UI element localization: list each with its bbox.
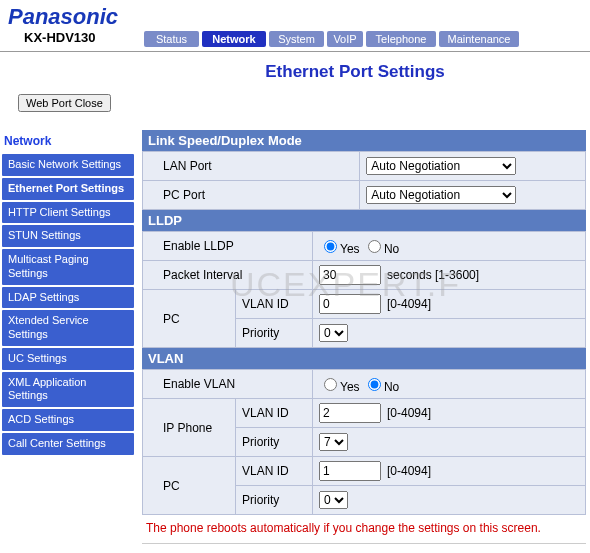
radio-yes-label: Yes xyxy=(340,380,360,394)
vlan-ip-vlan-input[interactable] xyxy=(319,403,381,423)
sidebar-item-ethernet-port[interactable]: Ethernet Port Settings xyxy=(2,178,134,200)
pc-port-label: PC Port xyxy=(143,181,360,210)
enable-lldp-no-radio[interactable] xyxy=(368,240,381,253)
enable-vlan-no-radio[interactable] xyxy=(368,378,381,391)
tab-voip[interactable]: VoIP xyxy=(327,31,363,47)
tab-maintenance[interactable]: Maintenance xyxy=(439,31,519,47)
brand-logo: Panasonic xyxy=(0,0,590,30)
radio-yes-label: Yes xyxy=(340,242,360,256)
sidebar-item-call-center[interactable]: Call Center Settings xyxy=(2,433,134,455)
radio-no-label: No xyxy=(384,380,399,394)
packet-interval-hint: seconds [1-3600] xyxy=(381,268,479,282)
vlan-pc-vlan-input[interactable] xyxy=(319,461,381,481)
reboot-warning: The phone reboots automatically if you c… xyxy=(142,515,586,541)
lldp-pc-label: PC xyxy=(143,290,236,348)
lldp-pc-prio-label: Priority xyxy=(236,319,313,348)
tab-system[interactable]: System xyxy=(269,31,324,47)
sidebar-item-stun[interactable]: STUN Settings xyxy=(2,225,134,247)
sidebar-item-xtended-service[interactable]: Xtended Service Settings xyxy=(2,310,134,346)
enable-vlan-yes-radio[interactable] xyxy=(324,378,337,391)
lldp-pc-vlan-input[interactable] xyxy=(319,294,381,314)
web-port-close-button[interactable]: Web Port Close xyxy=(18,94,111,112)
section-vlan: VLAN xyxy=(142,348,586,369)
sidebar-item-http-client[interactable]: HTTP Client Settings xyxy=(2,202,134,224)
sidebar-item-xml-app[interactable]: XML Application Settings xyxy=(2,372,134,408)
lldp-pc-prio-select[interactable]: 0 xyxy=(319,324,348,342)
enable-lldp-yes-radio[interactable] xyxy=(324,240,337,253)
lldp-pc-vlan-label: VLAN ID xyxy=(236,290,313,319)
section-lldp: LLDP xyxy=(142,210,586,231)
enable-lldp-label: Enable LLDP xyxy=(143,232,313,261)
vlan-ip-vlan-hint: [0-4094] xyxy=(381,406,431,420)
vlan-ip-prio-select[interactable]: 7 xyxy=(319,433,348,451)
tab-telephone[interactable]: Telephone xyxy=(366,31,436,47)
tab-status[interactable]: Status xyxy=(144,31,199,47)
sidebar-item-ldap[interactable]: LDAP Settings xyxy=(2,287,134,309)
packet-interval-label: Packet Interval xyxy=(143,261,313,290)
lan-port-label: LAN Port xyxy=(143,152,360,181)
vlan-ip-vlan-label: VLAN ID xyxy=(236,399,313,428)
sidebar-heading: Network xyxy=(2,130,134,154)
lan-port-select[interactable]: Auto Negotiation xyxy=(366,157,516,175)
page-title: Ethernet Port Settings xyxy=(0,52,590,88)
tab-network[interactable]: Network xyxy=(202,31,266,47)
pc-port-select[interactable]: Auto Negotiation xyxy=(366,186,516,204)
vlan-pc-prio-select[interactable]: 0 xyxy=(319,491,348,509)
vlan-pc-vlan-hint: [0-4094] xyxy=(381,464,431,478)
enable-vlan-label: Enable VLAN xyxy=(143,370,313,399)
radio-no-label: No xyxy=(384,242,399,256)
vlan-ipphone-label: IP Phone xyxy=(143,399,236,457)
model-label: KX-HDV130 xyxy=(4,30,144,47)
sidebar-item-acd[interactable]: ACD Settings xyxy=(2,409,134,431)
sidebar-item-uc[interactable]: UC Settings xyxy=(2,348,134,370)
vlan-pc-vlan-label: VLAN ID xyxy=(236,457,313,486)
sidebar-item-basic-network[interactable]: Basic Network Settings xyxy=(2,154,134,176)
vlan-pc-label: PC xyxy=(143,457,236,515)
sidebar-item-multicast-paging[interactable]: Multicast Paging Settings xyxy=(2,249,134,285)
section-link-speed: Link Speed/Duplex Mode xyxy=(142,130,586,151)
vlan-ip-prio-label: Priority xyxy=(236,428,313,457)
packet-interval-input[interactable] xyxy=(319,265,381,285)
vlan-pc-prio-label: Priority xyxy=(236,486,313,515)
lldp-pc-vlan-hint: [0-4094] xyxy=(381,297,431,311)
